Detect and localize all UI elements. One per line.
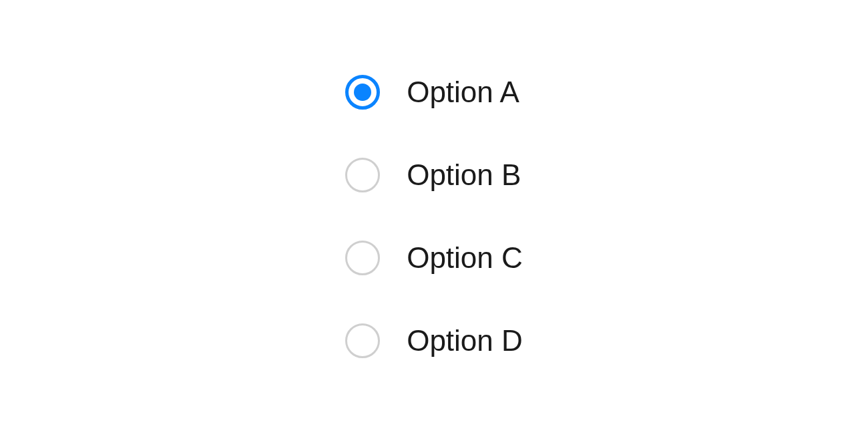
radio-unselected-icon [345, 241, 380, 275]
radio-option-d[interactable]: Option D [345, 323, 523, 358]
radio-label: Option A [407, 76, 519, 109]
radio-option-c[interactable]: Option C [345, 241, 523, 275]
radio-unselected-icon [345, 158, 380, 192]
radio-selected-icon [345, 75, 380, 110]
radio-dot-icon [354, 84, 371, 101]
radio-option-a[interactable]: Option A [345, 75, 523, 110]
radio-label: Option C [407, 241, 523, 275]
radio-label: Option D [407, 324, 523, 357]
radio-label: Option B [407, 158, 521, 192]
radio-group: Option A Option B Option C Option D [345, 75, 523, 358]
radio-option-b[interactable]: Option B [345, 158, 523, 192]
radio-unselected-icon [345, 323, 380, 358]
